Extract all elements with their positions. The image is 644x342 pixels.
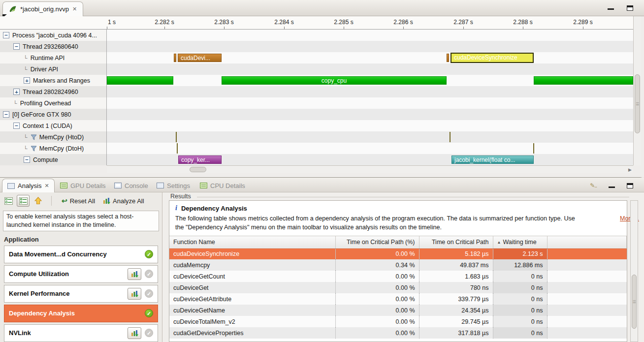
tree-item-runtime-api[interactable]: └ Runtime API — [0, 52, 107, 63]
memcpy-interval-bar[interactable] — [450, 132, 451, 142]
tree-item-thread-2802824960[interactable]: + Thread 2802824960 — [0, 86, 107, 97]
timeline-track-compute[interactable]: copy_ker... jacobi_kernel(float co... — [107, 154, 633, 165]
tree-item-compute[interactable]: − Compute — [0, 154, 107, 165]
table-row[interactable]: cudaMemcpy 0.34 % 49.837 ms 12.886 ms — [169, 259, 627, 271]
memcpy-interval-bar[interactable] — [176, 132, 177, 142]
tree-item-driver-api[interactable]: └ Driver API — [0, 63, 107, 75]
memcpy-interval-bar[interactable] — [177, 143, 178, 154]
timeline-track-runtime-api[interactable]: cudaDevi... cudaDeviceSynchronize — [107, 52, 633, 63]
ruler-label: 2.289 s — [573, 19, 592, 26]
column-header-critical-path[interactable]: Time on Critical Path — [419, 236, 493, 248]
table-row[interactable]: cuDeviceGet 0.00 % 780 ns 0 ns — [169, 282, 627, 293]
tree-item-geforce-gtx-980[interactable]: − [0] GeForce GTX 980 — [0, 109, 107, 120]
kernel-bar[interactable]: jacobi_kernel(float co... — [451, 155, 534, 164]
maximize-icon[interactable] — [627, 5, 633, 11]
api-call-bar[interactable] — [447, 54, 449, 62]
timeline-track-markers-and-ranges[interactable]: copy_cpu — [107, 75, 633, 86]
close-icon[interactable]: ✕ — [44, 183, 49, 189]
timeline-horizontal-scrollbar[interactable]: ▶ — [107, 165, 633, 173]
tree-leaf-icon: └ — [24, 66, 28, 72]
api-call-bar[interactable] — [174, 54, 176, 62]
stage-card-dependency-analysis[interactable]: Dependency Analysis ✓ — [4, 305, 158, 322]
table-row[interactable]: cuDeviceGetCount 0.00 % 1.683 µs 0 ns — [169, 271, 627, 282]
tree-item-process[interactable]: − Process "jacobi_cuda 4096 4... — [0, 30, 107, 41]
tab-analysis[interactable]: Analysis ✕ — [2, 179, 55, 192]
marker-range-bar[interactable] — [107, 76, 173, 85]
tree-item-memcpy-dtoh[interactable]: └ MemCpy (DtoH) — [0, 143, 107, 154]
run-analysis-button[interactable] — [128, 288, 141, 300]
timeline-vertical-scrollbar[interactable]: ☰ — [633, 16, 641, 165]
filter-funnel-icon[interactable] — [31, 146, 37, 152]
api-call-bar[interactable]: cudaDevi... — [178, 54, 222, 62]
column-header-waiting-time[interactable]: ▲Waiting time — [493, 236, 547, 248]
tab-settings[interactable]: Settings — [152, 179, 195, 192]
filter-funnel-icon[interactable] — [31, 134, 37, 140]
stage-card-kernel-performance[interactable]: Kernel Performance ✓ — [4, 285, 158, 303]
timeline-track-context-1[interactable] — [107, 120, 633, 131]
timeline-track-thread-2802824960[interactable] — [107, 86, 633, 97]
tree-collapse-icon[interactable]: − — [13, 43, 20, 50]
reset-all-button[interactable]: ↩ Reset All — [59, 195, 98, 207]
timeline-track-process[interactable] — [107, 30, 633, 41]
column-header-function-name[interactable]: Function Name — [169, 236, 335, 248]
timeline-track-memcpy-dtoh[interactable] — [107, 143, 633, 154]
timeline-track-memcpy-htod[interactable] — [107, 131, 633, 143]
editor-tab-jacobi[interactable]: *jacobi_orig.nvvp ✕ — [2, 1, 83, 16]
stage-card-nvlink[interactable]: NVLink ✓ — [4, 324, 158, 342]
tree-collapse-icon[interactable]: − — [13, 123, 20, 129]
results-vertical-scrollbar[interactable]: ☰ — [630, 200, 638, 342]
table-row[interactable]: cuDeviceGetName 0.00 % 24.354 µs 0 ns — [169, 305, 627, 316]
stage-card-compute-utilization[interactable]: Compute Utilization ✓ — [4, 265, 158, 283]
memcpy-interval-bar[interactable] — [533, 143, 534, 154]
list-view-checked-icon[interactable] — [17, 195, 30, 207]
timeline-ruler[interactable]: 1 s 2.282 s 2.283 s 2.284 s 2.285 s 2.28… — [0, 16, 633, 30]
selected-api-call-bar[interactable]: cudaDeviceSynchronize — [451, 53, 534, 63]
kernel-bar[interactable]: copy_ker... — [178, 155, 222, 164]
column-header-critical-path-pct[interactable]: Time on Critical Path (%) — [335, 236, 419, 248]
settings-view-icon — [157, 183, 164, 188]
tree-item-profiling-overhead[interactable]: └ Profiling Overhead — [0, 97, 107, 109]
timeline-track-geforce-gtx-980[interactable] — [107, 109, 633, 120]
table-row[interactable]: cuDeviceTotalMem_v2 0.00 % 29.745 µs 0 n… — [169, 316, 627, 327]
promote-up-arrow-icon[interactable] — [32, 195, 44, 207]
minimize-icon[interactable] — [609, 184, 615, 188]
scrollbar-thumb[interactable]: ☰ — [635, 74, 640, 133]
stage-card-data-movement[interactable]: Data Movement...d Concurrency ✓ — [4, 246, 158, 263]
run-analysis-button[interactable] — [128, 268, 141, 280]
tree-expand-icon[interactable]: + — [13, 89, 20, 95]
list-view-icon[interactable] — [2, 195, 15, 207]
nvidia-logo-icon — [9, 5, 17, 13]
tree-collapse-icon[interactable]: − — [24, 156, 30, 163]
application-section-label: Application — [4, 236, 158, 243]
maximize-icon[interactable] — [627, 183, 633, 188]
tree-item-memcpy-htod[interactable]: └ MemCpy (HtoD) — [0, 131, 107, 143]
timeline-track-driver-api[interactable] — [107, 63, 633, 75]
tree-item-context-1-cuda[interactable]: − Context 1 (CUDA) — [0, 120, 107, 131]
tree-item-markers-and-ranges[interactable]: + Markers and Ranges — [0, 75, 107, 86]
close-icon[interactable]: ✕ — [72, 6, 77, 12]
tree-item-thread-2932680640[interactable]: − Thread 2932680640 — [0, 41, 107, 52]
analyze-all-button[interactable]: Analyze All — [100, 195, 147, 207]
table-row[interactable]: cudaGetDeviceProperties 0.00 % 317.818 µ… — [169, 327, 627, 339]
tab-console[interactable]: Console — [109, 179, 153, 192]
tree-expand-icon[interactable]: + — [24, 77, 30, 84]
tab-gpu-details[interactable]: GPU Details — [55, 179, 111, 192]
tab-cpu-details[interactable]: CPU Details — [195, 179, 250, 192]
done-check-icon: ✓ — [145, 250, 153, 258]
run-analysis-button[interactable] — [128, 327, 141, 339]
timeline-track-profiling-overhead[interactable] — [107, 97, 633, 109]
scrollbar-thumb[interactable] — [190, 167, 206, 172]
scrollbar-thumb[interactable]: ☰ — [632, 275, 637, 329]
timeline-track-thread-2932680640[interactable] — [107, 41, 633, 52]
column-header-empty[interactable] — [547, 236, 627, 248]
tree-collapse-icon[interactable]: − — [3, 32, 9, 38]
marker-range-bar[interactable]: copy_cpu — [222, 76, 447, 85]
table-row[interactable]: cuDeviceGetAttribute 0.00 % 339.779 µs 0… — [169, 293, 627, 305]
minimize-icon[interactable] — [608, 5, 614, 10]
table-row[interactable]: cudaDeviceSynchronize 0.00 % 5.182 µs 2.… — [169, 248, 627, 259]
scroll-right-arrow-icon[interactable]: ▶ — [628, 167, 632, 172]
tree-collapse-icon[interactable]: − — [3, 111, 9, 118]
tree-leaf-icon: └ — [24, 134, 28, 140]
marker-range-bar[interactable] — [534, 76, 633, 85]
view-menu-pencil-icon[interactable]: ✎.. — [590, 182, 597, 189]
